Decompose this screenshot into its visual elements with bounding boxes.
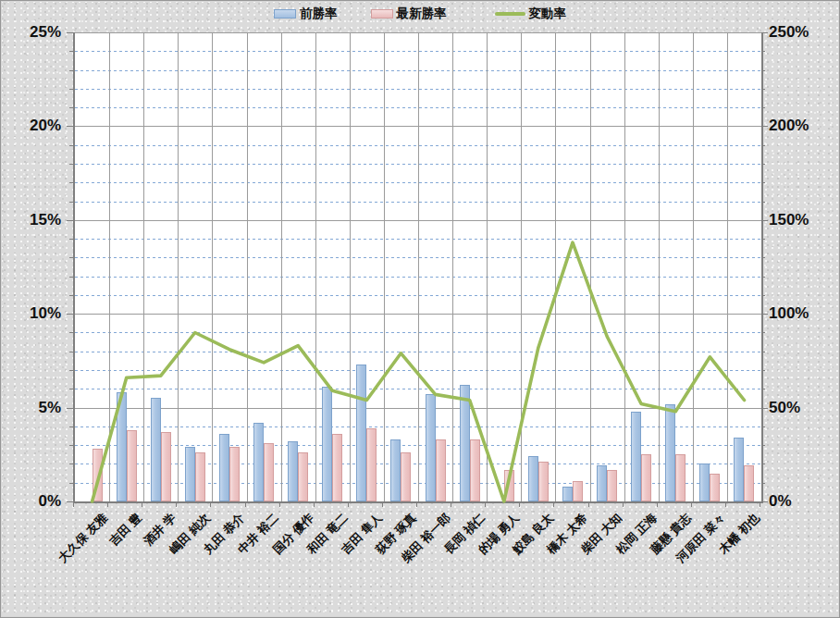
right-axis-tick: [761, 70, 765, 71]
legend-item-latest-win-rate: 最新勝率: [371, 6, 447, 22]
left-axis-tick: [69, 277, 73, 278]
right-axis-tick: [761, 107, 765, 108]
right-axis-tick: [761, 370, 765, 371]
right-axis-tick: [761, 426, 765, 427]
right-axis-tick: [761, 239, 765, 240]
left-axis-tick: [69, 295, 73, 296]
x-axis-tick: [416, 501, 417, 507]
right-axis-tick: [761, 277, 765, 278]
right-axis-tick: [761, 332, 765, 333]
right-axis-tick: [761, 182, 765, 183]
left-axis-tick: [69, 370, 73, 371]
left-axis-tick: [69, 107, 73, 108]
right-axis-tick: [761, 445, 765, 446]
legend-item-change-rate: 変動率: [495, 6, 567, 22]
left-axis-tick: [69, 239, 73, 240]
left-axis-tick: [69, 202, 73, 203]
left-axis-tick: [67, 220, 73, 221]
x-axis-tick: [73, 501, 74, 507]
x-axis-tick: [451, 501, 451, 507]
x-axis-tick: [107, 501, 108, 507]
y-axis-left-label-5%: 5%: [13, 400, 61, 416]
right-axis-tick: [761, 51, 765, 52]
left-axis-tick: [69, 426, 73, 427]
x-axis-tick: [657, 501, 658, 507]
right-axis-tick: [761, 352, 765, 352]
left-axis-tick: [69, 389, 73, 389]
legend-item-prev-win-rate: 前勝率: [274, 6, 338, 22]
left-axis-tick: [67, 501, 73, 502]
y-axis-right-label-150%: 150%: [769, 212, 824, 229]
left-axis-tick: [69, 332, 73, 333]
left-axis-tick: [69, 257, 73, 258]
x-axis-tick: [210, 501, 211, 507]
left-axis-tick: [67, 314, 73, 315]
right-axis-tick: [761, 202, 765, 203]
y-axis-left-label-20%: 20%: [13, 117, 61, 134]
x-axis-tick: [382, 501, 383, 507]
right-axis-tick: [761, 257, 765, 258]
x-axis-tick: [588, 501, 589, 507]
right-axis-tick: [761, 295, 765, 296]
left-axis-tick: [69, 89, 73, 90]
x-axis-tick: [485, 501, 486, 507]
right-axis-tick: [761, 408, 768, 409]
legend-swatch-latest-win-rate: [371, 9, 393, 19]
left-axis-tick: [69, 182, 73, 183]
y-axis-right-label-100%: 100%: [769, 305, 824, 322]
left-axis-tick: [69, 445, 73, 446]
x-axis-tick: [623, 501, 624, 507]
left-axis-tick: [67, 408, 73, 409]
left-axis-tick: [67, 126, 73, 127]
left-axis-tick: [69, 164, 73, 165]
chart-screenshot: { "legend": { "items": [ {"label": "前勝率"…: [0, 0, 840, 618]
x-axis-tick: [760, 501, 760, 507]
right-axis-tick: [761, 464, 765, 464]
right-axis-tick: [761, 314, 768, 315]
right-axis-tick: [761, 501, 768, 502]
left-axis-tick: [69, 352, 73, 352]
right-axis-tick: [761, 32, 768, 33]
right-axis-tick: [761, 126, 768, 127]
legend-label-latest-win-rate: 最新勝率: [397, 6, 447, 22]
left-axis-tick: [69, 464, 73, 464]
x-axis-tick: [176, 501, 177, 507]
right-axis-tick: [761, 164, 765, 165]
left-axis-tick: [69, 145, 73, 146]
left-axis-tick: [69, 51, 73, 52]
right-axis-tick: [761, 89, 765, 90]
x-axis-tick: [142, 501, 142, 507]
left-axis-tick: [69, 70, 73, 71]
y-axis-right-label-50%: 50%: [769, 400, 824, 416]
right-axis-tick: [761, 220, 768, 221]
x-axis-tick: [245, 501, 246, 507]
right-axis-tick: [761, 145, 765, 146]
plot-area[interactable]: [73, 32, 763, 503]
x-axis-tick: [725, 501, 726, 507]
left-axis-tick: [67, 32, 73, 33]
y-axis-left-label-0%: 0%: [13, 493, 61, 510]
legend: 前勝率 最新勝率 変動率: [274, 6, 566, 22]
change-rate-line: [75, 32, 761, 501]
y-axis-right-label-200%: 200%: [769, 117, 824, 134]
x-axis-label-1: 吉田 豊: [106, 510, 146, 550]
x-axis-label-0: 大久保 友雅: [55, 510, 111, 566]
x-axis-tick: [279, 501, 280, 507]
x-axis-tick: [519, 501, 520, 507]
legend-label-change-rate: 変動率: [529, 6, 567, 22]
y-axis-left-label-10%: 10%: [13, 305, 61, 322]
y-axis-left-label-25%: 25%: [13, 24, 61, 41]
x-axis-tick: [348, 501, 349, 507]
legend-label-prev-win-rate: 前勝率: [300, 6, 338, 22]
left-axis-tick: [69, 483, 73, 484]
y-axis-right-label-250%: 250%: [769, 24, 824, 41]
legend-line-swatch-change-rate: [495, 12, 525, 16]
y-axis-left-label-15%: 15%: [13, 212, 61, 229]
right-axis-tick: [761, 389, 765, 389]
x-axis-tick: [691, 501, 692, 507]
right-axis-tick: [761, 483, 765, 484]
legend-swatch-prev-win-rate: [274, 9, 296, 19]
y-axis-right-label-0%: 0%: [769, 493, 824, 510]
x-axis-tick: [553, 501, 554, 507]
x-axis-tick: [314, 501, 315, 507]
